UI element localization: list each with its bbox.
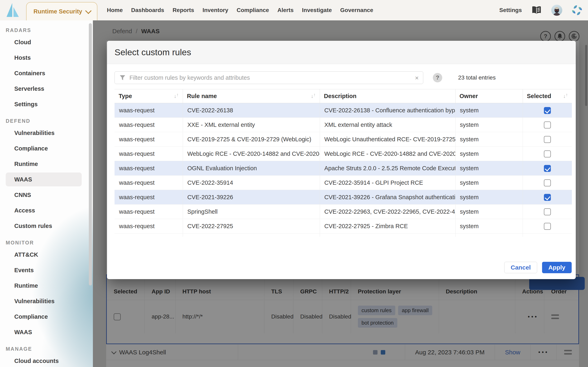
column-label: Description [324,93,357,100]
filter-funnel-icon [120,75,126,81]
rule-checkbox[interactable] [544,150,551,157]
sidebar-item-containers[interactable]: Containers [6,66,82,80]
rule-selected-cell [523,118,572,132]
rule-description-cell: WebLogic RCE - CVE-2020-14882 and CVE-20… [320,147,455,161]
settings-link[interactable]: Settings [499,7,522,13]
nav-item-home[interactable]: Home [107,7,123,13]
nav-item-reports[interactable]: Reports [173,7,194,13]
filter-row: × ? 23 total entries [114,71,576,84]
apply-button[interactable]: Apply [542,262,572,273]
rule-type-cell: waas-request [114,161,183,175]
sidebar-item-vulnerabilities[interactable]: Vulnerabilities [6,294,82,308]
cancel-button[interactable]: Cancel [504,262,537,273]
rule-selected-cell [523,161,572,175]
column-label: Selected [527,93,551,100]
sidebar-item-custom-rules[interactable]: Custom rules [6,219,82,233]
rule-owner-cell: system [455,205,523,219]
rule-owner-cell: system [455,175,523,190]
sidebar-item-compliance[interactable]: Compliance [6,310,82,324]
rule-description-cell: CVE-2022-22963, CVE-2022-22965, CVE-2022… [320,205,455,219]
sidebar-item-events[interactable]: Events [6,263,82,277]
sidebar-item-waas[interactable]: WAAS [6,173,82,186]
clear-filter-icon[interactable]: × [415,74,419,82]
rule-type-cell: waas-request [114,118,183,132]
sidebar-section-radars: RADARS [0,27,93,33]
user-avatar[interactable] [551,5,562,16]
column-label: Owner [459,93,478,100]
rule-type-cell: waas-request [114,103,183,118]
column-header-type[interactable]: Type↓↑ [114,89,183,103]
rule-description-cell: XML external entity attack [320,118,455,132]
rule-rule_name-cell: OGNL Evaluation Injection [183,161,320,175]
column-header-rule-name[interactable]: Rule name↓↑ [183,89,320,103]
rule-description-cell: CVE-2022-35914 - GLPI Project RCE [320,175,455,190]
app-logo-icon[interactable] [6,3,20,18]
rule-rule_name-cell: CVE-2022-27925 [183,219,320,234]
sidebar-item-cloud-accounts[interactable]: Cloud accounts [6,354,82,367]
rule-description-cell: WebLogic Unauthenticated RCE- CVE-2019-2… [320,132,455,147]
rule-owner-cell: system [455,118,523,132]
column-header-selected[interactable]: Selected↓↑ [523,89,572,103]
total-entries: 23 total entries [458,75,496,81]
column-header-description[interactable]: Description [320,89,455,103]
sidebar-section-manage: MANAGE [0,346,93,352]
nav-item-inventory[interactable]: Inventory [203,7,228,13]
docs-book-icon[interactable] [531,5,542,16]
rule-row: waas-requestWebLogic RCE - CVE-2020-1488… [114,147,572,161]
rule-type-cell: waas-request [114,147,183,161]
sidebar-item-waas[interactable]: WAAS [6,325,82,339]
filter-input[interactable] [114,71,423,84]
nav-item-investigate[interactable]: Investigate [302,7,332,13]
nav-item-alerts[interactable]: Alerts [277,7,294,13]
rule-selected-cell [523,190,572,205]
rule-checkbox[interactable] [544,179,551,186]
module-switcher[interactable]: Runtime Security [26,2,97,20]
column-label: Type [119,93,132,100]
rule-description-cell: CVE-2022-27925 - Zimbra RCE [320,219,455,234]
rule-row: waas-requestSpringShellCVE-2022-22963, C… [114,205,572,219]
nav-item-dashboards[interactable]: Dashboards [131,7,164,13]
prisma-pinwheel-icon[interactable] [572,5,582,16]
sidebar-item-runtime[interactable]: Runtime [6,279,82,292]
rule-owner-cell: system [455,219,523,234]
rule-rule_name-cell [183,234,320,237]
sidebar-item-runtime[interactable]: Runtime [6,157,82,171]
sidebar-item-att-ck[interactable]: ATT&CK [6,248,82,262]
sidebar-item-serverless[interactable]: Serverless [6,82,82,96]
rule-row: waas-requestCVE-2022-27925CVE-2022-27925… [114,219,572,234]
rule-owner-cell: system [455,132,523,147]
nav-item-compliance[interactable]: Compliance [237,7,269,13]
column-header-owner[interactable]: Owner [455,89,523,103]
rule-selected-cell [523,147,572,161]
sidebar-item-vulnerabilities[interactable]: Vulnerabilities [6,126,82,140]
rule-rule_name-cell: CVE-2021-39226 [183,190,320,205]
sort-arrows-icon[interactable]: ↓↑ [563,93,568,99]
sort-arrows-icon[interactable]: ↓↑ [311,93,316,99]
rule-checkbox[interactable] [544,223,551,230]
sidebar-item-cnns[interactable]: CNNS [6,188,82,202]
rules-table-wrap: Type↓↑Rule name↓↑DescriptionOwnerSelecte… [114,89,572,237]
rule-rule_name-cell: XXE - XML external entity [183,118,320,132]
sidebar-item-settings[interactable]: Settings [6,97,82,111]
sidebar-item-compliance[interactable]: Compliance [6,142,82,155]
sort-arrows-icon[interactable]: ↓↑ [174,93,179,99]
sidebar-item-cloud[interactable]: Cloud [6,35,82,49]
modal-header: Select custom rules [107,41,576,64]
rule-checkbox[interactable] [544,122,551,128]
rule-description-cell [320,234,455,237]
rule-checkbox[interactable] [544,107,551,114]
rule-selected-cell [523,205,572,219]
sidebar: RADARSCloudHostsContainersServerlessSett… [0,20,93,367]
rule-checkbox[interactable] [544,165,551,172]
rule-type-cell [114,234,183,237]
sidebar-item-access[interactable]: Access [6,203,82,217]
nav-item-governance[interactable]: Governance [340,7,373,13]
rule-owner-cell: system [455,161,523,175]
rule-checkbox[interactable] [544,194,551,201]
rule-checkbox[interactable] [544,208,551,215]
rule-checkbox[interactable] [544,136,551,143]
sidebar-item-hosts[interactable]: Hosts [6,51,82,65]
filter-help-icon[interactable]: ? [433,73,442,82]
chevron-down-icon [85,8,91,14]
sidebar-scrollbar[interactable] [89,23,92,285]
